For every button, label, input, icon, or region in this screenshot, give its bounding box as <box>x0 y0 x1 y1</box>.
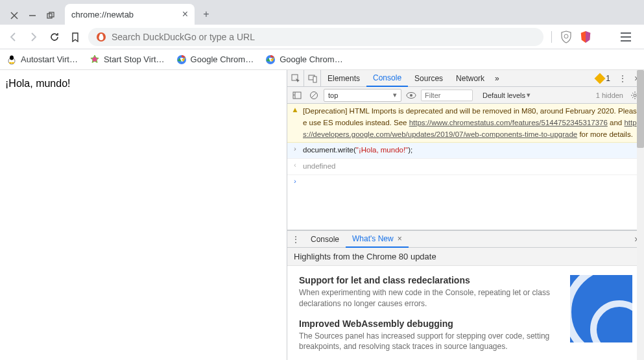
chevron-right-icon: › <box>291 145 299 152</box>
svg-point-21 <box>634 94 636 97</box>
console-message: [Deprecation] HTML Imports is deprecated… <box>303 106 640 140</box>
svg-point-7 <box>10 55 14 60</box>
drawer-tab-whatsnew[interactable]: What's New × <box>346 231 409 248</box>
console-output-value: undefined <box>303 161 640 173</box>
whatsnew-item-title[interactable]: Support for let and class redeclarations <box>299 275 560 285</box>
bookmark-label: Google Chrom… <box>191 54 254 64</box>
svg-rect-16 <box>313 77 316 82</box>
separator <box>551 31 552 43</box>
svg-point-5 <box>564 34 568 38</box>
devtools-tab-console[interactable]: Console <box>366 70 408 87</box>
whatsnew-item-desc: The Sources panel has increased support … <box>299 331 560 353</box>
drawer-menu-button[interactable]: ⋮ <box>287 234 304 245</box>
close-icon[interactable]: × <box>398 234 402 243</box>
drawer-tab-console[interactable]: Console <box>304 231 346 248</box>
chevron-down-icon: ▾ <box>393 91 397 99</box>
console-filter-input[interactable] <box>421 90 473 101</box>
reload-button[interactable] <box>47 29 62 45</box>
svg-point-4 <box>100 34 103 37</box>
window-close-button[interactable] <box>5 6 23 25</box>
scrollbar-track[interactable] <box>637 70 644 360</box>
search-engine-icon <box>96 32 106 42</box>
chevron-right-icon: › <box>291 177 299 185</box>
svg-point-9 <box>12 62 14 63</box>
nav-back-button[interactable] <box>5 29 21 45</box>
warning-indicator[interactable]: 1 <box>596 74 615 83</box>
bookmark-item[interactable]: Autostart Virt… <box>6 54 78 65</box>
devtools-panel: Elements Console Sources Network » 1 ⋮ ×… <box>287 70 644 360</box>
warning-count: 1 <box>606 74 610 83</box>
bookmark-label: Start Stop Virt… <box>104 54 165 64</box>
bookmarks-bar: Autostart Virt… Start Stop Virt… Google … <box>0 49 644 70</box>
favicon-star-icon <box>89 54 100 65</box>
svg-rect-17 <box>293 92 301 99</box>
brave-shield-icon[interactable] <box>560 30 573 43</box>
window-minimize-button[interactable] <box>23 6 42 25</box>
browser-tab[interactable]: chrome://newtab × <box>65 4 195 25</box>
whatsnew-item-desc: When experimenting with new code in the … <box>299 287 560 309</box>
console-input-row: › document.write("¡Hola, mundo!"); <box>287 143 644 159</box>
console-input-code: document.write("¡Hola, mundo!"); <box>303 145 640 156</box>
address-bar[interactable] <box>88 28 543 46</box>
console-output: ▲ [Deprecation] HTML Imports is deprecat… <box>287 104 644 230</box>
devtools-tab-network[interactable]: Network <box>449 70 491 87</box>
bookmark-item[interactable]: Google Chrom… <box>265 54 343 65</box>
scrollbar-thumb[interactable] <box>637 70 644 148</box>
bookmark-item[interactable]: Google Chrom… <box>176 54 254 65</box>
tab-title: chrome://newtab <box>71 10 134 19</box>
main-menu-button[interactable] <box>618 29 634 45</box>
page-content: ¡Hola, mundo! <box>0 70 287 360</box>
console-sidebar-toggle[interactable] <box>290 88 304 102</box>
whatsnew-item-title[interactable]: Improved WebAssembly debugging <box>299 318 560 329</box>
chevron-down-icon: ▾ <box>527 91 531 99</box>
svg-point-8 <box>9 62 12 63</box>
devtools-tab-elements[interactable]: Elements <box>321 70 366 87</box>
live-expression-button[interactable] <box>404 88 418 102</box>
devtools-more-tabs-button[interactable]: » <box>491 70 503 87</box>
levels-label: Default levels <box>483 91 525 99</box>
context-label: top <box>328 91 392 99</box>
whatsnew-illustration <box>570 275 632 342</box>
devtools-tab-sources[interactable]: Sources <box>408 70 449 87</box>
bookmark-button[interactable] <box>67 29 83 45</box>
new-tab-button[interactable]: + <box>197 5 215 23</box>
tab-close-button[interactable]: × <box>182 8 188 20</box>
address-input[interactable] <box>112 32 536 42</box>
svg-point-20 <box>410 94 412 97</box>
device-toolbar-button[interactable] <box>304 70 321 87</box>
inspect-element-button[interactable] <box>287 70 304 87</box>
bookmark-item[interactable]: Start Stop Virt… <box>89 54 165 65</box>
console-output-row: ‹ undefined <box>287 159 644 175</box>
window-maximize-button[interactable] <box>42 6 60 25</box>
warning-icon <box>595 73 606 84</box>
deprecation-link[interactable]: https://www.chromestatus.com/features/51… <box>409 119 608 126</box>
clear-console-button[interactable] <box>307 88 321 102</box>
devtools-drawer: ⋮ Console What's New × × Highlights from… <box>287 230 644 360</box>
log-levels-selector[interactable]: Default levels ▾ <box>479 89 557 101</box>
favicon-chrome-icon <box>176 54 187 65</box>
bookmark-label: Google Chrom… <box>280 54 343 64</box>
warning-icon: ▲ <box>291 106 299 114</box>
favicon-linux-icon <box>6 54 17 65</box>
chevron-left-icon: ‹ <box>291 161 299 169</box>
bookmark-label: Autostart Virt… <box>21 54 78 64</box>
hidden-count[interactable]: 1 hidden <box>596 91 623 99</box>
console-prompt-row[interactable]: › <box>287 175 644 187</box>
whatsnew-banner: Highlights from the Chrome 80 update <box>287 248 644 266</box>
brave-logo-icon[interactable] <box>579 30 592 43</box>
favicon-chrome-icon <box>265 54 276 65</box>
console-warning-row: ▲ [Deprecation] HTML Imports is deprecat… <box>287 104 644 143</box>
context-selector[interactable]: top ▾ <box>324 89 401 102</box>
devtools-menu-button[interactable]: ⋮ <box>615 73 630 84</box>
page-body-text: ¡Hola, mundo! <box>5 78 71 89</box>
nav-forward-button[interactable] <box>26 29 42 45</box>
